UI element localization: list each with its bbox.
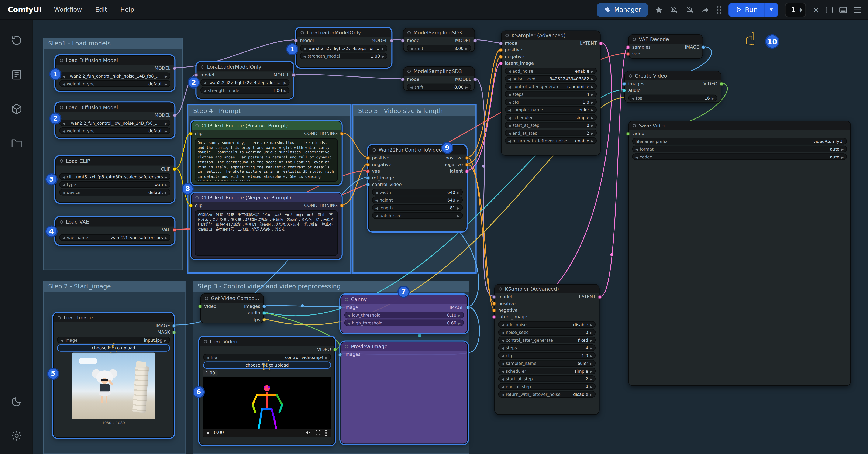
inc-icon[interactable]: ▶ (590, 338, 592, 342)
inc-icon[interactable]: ▶ (164, 121, 167, 125)
node-get-video-components[interactable]: Get Video Compo... videoimages audio fps (200, 294, 264, 324)
drag-handle-icon[interactable] (716, 5, 722, 14)
output-model[interactable]: MODEL (155, 113, 170, 118)
inc-icon[interactable]: ▶ (164, 338, 167, 342)
input-vae[interactable]: vae (372, 169, 380, 174)
port-dot-conditioning[interactable] (499, 55, 503, 58)
inc-icon[interactable]: ▶ (590, 377, 592, 381)
dec-icon[interactable]: ◀ (508, 108, 510, 112)
dec-icon[interactable]: ◀ (508, 92, 510, 96)
dec-icon[interactable]: ◀ (348, 313, 350, 317)
widget-add-noise[interactable]: ◀add_noiseenable▶ (505, 67, 597, 74)
output-latent[interactable]: LATENT (580, 41, 597, 46)
widget-high-threshold[interactable]: ◀high_threshold0.60▶ (344, 320, 464, 326)
node-model-sampling-2[interactable]: ModelSamplingSD3 modelMODEL ◀shift8.00▶ (403, 66, 475, 91)
dec-icon[interactable]: ◀ (501, 338, 504, 342)
output-model[interactable]: MODEL (274, 72, 289, 77)
bell-slash-icon[interactable] (670, 5, 679, 14)
widget-unet-name[interactable]: ◀wan2.2_fun_control_high_noise_14B_fp8_.… (59, 72, 170, 79)
node-titlebar[interactable]: KSampler (Advanced) (501, 31, 600, 40)
output-model[interactable]: MODEL (455, 38, 471, 43)
widget-clip-name[interactable]: ◀cliumt5_xxl_fp8_e4m3fn_scaled.safetenso… (59, 173, 170, 180)
dec-icon[interactable]: ◀ (501, 354, 504, 357)
widget-vae-name[interactable]: ◀vae_namewan_2.1_vae.safetensors▶ (59, 234, 170, 241)
input-model[interactable]: model (300, 38, 314, 43)
inc-icon[interactable]: ▶ (591, 92, 593, 96)
dec-icon[interactable]: ◀ (375, 213, 378, 217)
widget-codec[interactable]: ◀codecauto▶ (632, 153, 847, 160)
inc-icon[interactable]: ▶ (457, 213, 460, 217)
dec-icon[interactable]: ◀ (204, 88, 206, 92)
node-ksampler-advanced-1[interactable]: KSampler (Advanced) modelLATENT positive… (501, 30, 600, 155)
widget-cfg[interactable]: ◀cfg1.0▶ (505, 98, 597, 105)
port-dot-conditioning[interactable] (492, 308, 496, 312)
node-titlebar[interactable]: LoraLoaderModelOnly (197, 63, 293, 71)
input-model[interactable]: model (498, 294, 512, 299)
inc-icon[interactable]: ▶ (591, 108, 593, 112)
collapse-dot[interactable] (373, 148, 376, 152)
dec-icon[interactable]: ◀ (501, 377, 504, 381)
play-icon[interactable]: ▶ (207, 430, 210, 435)
collapse-dot[interactable] (195, 124, 199, 127)
node-load-diffusion-high[interactable]: Load Diffusion Model MODEL ◀wan2.2_fun_c… (55, 55, 175, 91)
collapse-dot[interactable] (60, 159, 63, 163)
widget-batch-size[interactable]: ◀batch_size1▶ (372, 212, 463, 219)
port-dot-image[interactable] (366, 182, 370, 186)
widget-device[interactable]: ◀devicedefault▶ (59, 189, 170, 195)
inc-icon[interactable]: ▶ (457, 198, 460, 202)
collapse-dot[interactable] (195, 196, 199, 200)
dec-icon[interactable]: ◀ (636, 155, 638, 159)
collapse-dot[interactable] (505, 34, 509, 37)
settings-gear-icon[interactable] (10, 430, 22, 444)
dec-icon[interactable]: ◀ (63, 182, 65, 186)
widget-format[interactable]: ◀formatauto▶ (632, 146, 847, 152)
node-load-vae[interactable]: Load VAE VAE ◀vae_namewan_2.1_vae.safete… (55, 217, 175, 245)
node-create-video[interactable]: Create Video imagesVIDEO audio ◀fps16▶ (624, 71, 721, 103)
node-titlebar[interactable]: ModelSamplingSD3 (404, 67, 474, 76)
dec-icon[interactable]: ◀ (206, 355, 209, 359)
inc-icon[interactable]: ▶ (164, 129, 167, 132)
node-titlebar[interactable]: Create Video (625, 71, 721, 80)
node-titlebar[interactable]: Save Video (629, 121, 850, 130)
group-title[interactable]: Step 2 - Start_image (44, 281, 185, 292)
bell-slash-icon[interactable] (685, 5, 694, 14)
collapse-dot[interactable] (345, 298, 348, 301)
node-lora-loader-high[interactable]: LoraLoaderModelOnly modelMODEL ◀wan2.2_i… (296, 28, 391, 67)
port-dot-model[interactable] (492, 295, 496, 299)
node-ksampler-advanced-2[interactable]: KSampler (Advanced) modelLATENT positive… (494, 284, 599, 415)
port-dot-model[interactable] (401, 38, 405, 42)
fullscreen-icon[interactable] (315, 430, 321, 436)
port-dot-video[interactable] (626, 131, 630, 135)
collapse-dot[interactable] (301, 31, 304, 34)
theme-moon-icon[interactable] (10, 395, 22, 410)
inc-icon[interactable]: ▶ (590, 330, 592, 334)
input-latent-image[interactable]: latent_image (505, 61, 534, 65)
widget-start-at-step[interactable]: ◀start_at_step2▶ (498, 375, 596, 382)
node-load-image[interactable]: Load Image IMAGE MASK ◀imageinput.jpg▶ c… (53, 313, 174, 438)
dec-icon[interactable]: ◀ (375, 190, 378, 194)
widget-fps[interactable]: ◀fps16▶ (628, 95, 717, 101)
inc-icon[interactable]: ▶ (325, 355, 328, 359)
dec-icon[interactable]: ◀ (501, 392, 504, 396)
widget-type[interactable]: ◀typewan▶ (59, 181, 170, 188)
dec-icon[interactable]: ◀ (348, 321, 350, 325)
output-image[interactable]: IMAGE (685, 44, 699, 50)
widget-sampler-name[interactable]: ◀sampler_nameeuler▶ (505, 107, 597, 113)
node-clip-text-encode-positive[interactable]: CLIP Text Encode (Positive Prompt) clipC… (191, 121, 341, 185)
inc-icon[interactable]: ▶ (457, 206, 460, 210)
node-vae-decode[interactable]: VAE Decode samplesIMAGE vae (628, 34, 703, 59)
input-ref-image[interactable]: ref_image (372, 175, 394, 180)
inc-icon[interactable]: ▶ (591, 85, 593, 88)
inc-icon[interactable]: ▶ (590, 323, 592, 326)
dec-icon[interactable]: ◀ (204, 81, 206, 84)
group-title[interactable]: Step1 - Load models (44, 38, 182, 49)
output-video[interactable]: VIDEO (317, 347, 331, 352)
widget-control-after-generate[interactable]: ◀control_after_generaterandomize▶ (505, 83, 597, 90)
mute-icon[interactable] (305, 430, 311, 436)
manager-button[interactable]: Manager (597, 3, 648, 17)
port-dot-vae[interactable] (366, 169, 370, 173)
collapse-dot[interactable] (201, 65, 204, 69)
input-model[interactable]: model (407, 77, 421, 82)
inc-icon[interactable]: ▶ (284, 81, 286, 84)
widget-strength-model[interactable]: ◀strength_model1.00▶ (200, 87, 290, 93)
